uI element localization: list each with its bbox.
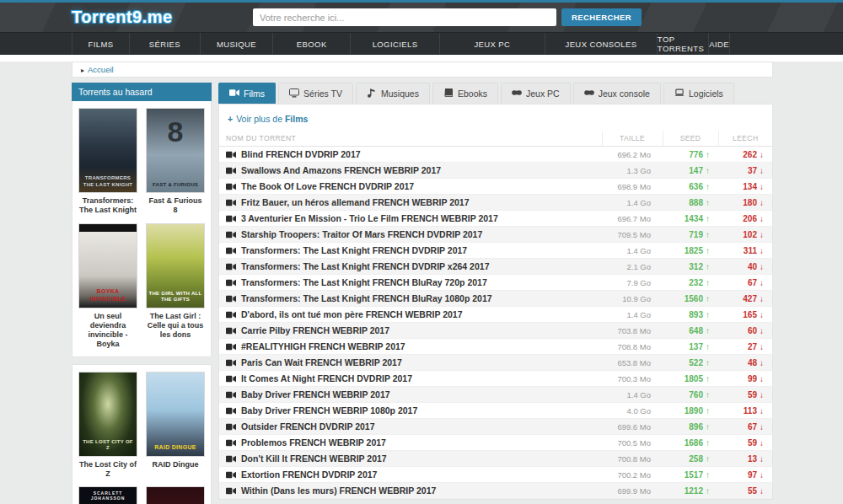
seed-up-arrow-icon: ↑ [706,246,710,255]
torrent-link[interactable]: Blind FRENCH DVDRIP 2017 [226,149,595,159]
film-icon [226,311,236,319]
movie-poster[interactable]: BOYKA INVINCIBLE Un seul deviendra invin… [78,223,137,350]
film-icon [226,199,236,206]
torrent-link[interactable]: Carrie Pilby FRENCH WEBRIP 2017 [226,325,595,335]
torrent-link[interactable]: Transformers: The Last Knight FRENCH Blu… [226,293,595,303]
poster-caption: Un seul deviendra invincible - Boyka [78,312,137,350]
site-logo[interactable]: Torrent9.me [72,8,173,27]
torrent-leech: 40↓ [718,259,772,275]
table-row: Extortion FRENCH DVDRIP 2017 700.2 Mo 15… [219,467,772,483]
film-icon [226,295,236,303]
nav-item-label: LOGICIELS [373,40,418,49]
nav-item[interactable]: MUSIQUE [200,33,272,55]
breadcrumb-home-link[interactable]: Accueil [88,65,114,74]
seed-up-arrow-icon: ↑ [706,166,710,175]
see-more-films-link[interactable]: +Voir plus de Films [219,111,772,131]
nav-item[interactable]: JEUX PC [439,33,545,55]
torrent-seed: 893↑ [663,307,718,323]
random-torrents-panel-1: TRANSFORMERS THE LAST KNIGHT Transformer… [72,101,212,357]
torrent-leech: 165↓ [718,307,772,323]
nav-item[interactable]: FILMS [72,33,129,55]
category-tab[interactable]: Films [218,83,276,104]
torrent-leech: 113↓ [718,403,772,419]
breadcrumb-chevron-icon: ▸ [81,67,84,74]
nav-item[interactable]: TOP TORRENTS [657,33,708,55]
category-tab[interactable]: Jeux PC [501,83,571,104]
torrent-seed: 1686↑ [663,435,718,451]
movie-poster[interactable]: TRANSFORMERS THE LAST KNIGHT Transformer… [78,108,137,216]
category-tab[interactable]: Jeux console [573,83,661,104]
nav-item-label: EBOOK [297,40,327,49]
nav-item[interactable]: EBOOK [272,33,350,55]
tab-label: Ebooks [458,88,487,99]
table-row: #REALITYHIGH FRENCH WEBRIP 2017 708.8 Mo… [219,339,772,355]
category-tab[interactable]: Séries TV [278,83,353,104]
movie-poster[interactable]: THE GIRL WITH ALL THE GIFTS The Last Gir… [146,223,205,350]
torrent-name: Outsider FRENCH DVDRIP 2017 [241,421,375,432]
nav-item[interactable]: LOGICIELS [350,33,438,55]
column-header-size: TAILLE [602,131,663,147]
torrent-link[interactable]: Transformers: The Last Knight FRENCH DVD… [226,245,595,255]
seed-up-arrow-icon: ↑ [706,358,710,367]
torrent-size: 699.6 Mo [602,419,663,435]
film-icon [226,423,236,431]
torrent-link[interactable]: Outsider FRENCH DVDRIP 2017 [226,421,595,432]
film-icon [226,263,236,271]
torrent-link[interactable]: Swallows And Amazons FRENCH WEBRIP 2017 [226,165,595,175]
gamepad-icon [584,88,594,99]
torrent-size: 708.8 Mo [602,339,663,355]
tv-icon [289,88,299,98]
movie-poster[interactable]: SCARLETT JOHANSSON [78,486,137,504]
torrent-link[interactable]: Within (Dans les murs) FRENCH WEBRIP 201… [226,485,595,496]
search-input[interactable] [253,8,556,26]
table-row: Blind FRENCH DVDRIP 2017 696.2 Mo 776↑ 2… [219,147,772,163]
leech-down-arrow-icon: ↓ [760,422,764,432]
movie-poster[interactable] [146,486,205,504]
torrent-size: 1.4 Go [602,243,663,259]
movie-poster[interactable]: RAID DINGUE RAID Dingue [146,372,205,480]
category-tab[interactable]: Logiciels [663,83,734,104]
torrent-link[interactable]: D'abord, ils ont tué mon père FRENCH WEB… [226,309,595,319]
torrent-size: 696.7 Mo [602,211,663,227]
film-icon [226,343,236,351]
torrent-name: #REALITYHIGH FRENCH WEBRIP 2017 [241,341,405,351]
category-tab[interactable]: Musiques [356,83,430,104]
torrent-name: Transformers: The Last Knight FRENCH DVD… [241,261,489,271]
table-row: Within (Dans les murs) FRENCH WEBRIP 201… [219,483,772,499]
torrent-seed: 522↑ [663,355,718,371]
torrent-link[interactable]: Transformers: The Last Knight FRENCH DVD… [226,261,595,271]
torrent-link[interactable]: #REALITYHIGH FRENCH WEBRIP 2017 [226,341,595,351]
torrent-link[interactable]: Extortion FRENCH DVDRIP 2017 [226,469,595,480]
leech-down-arrow-icon: ↓ [760,150,764,159]
category-tabs: Films Séries TV Musiques Ebooks [218,83,773,104]
poster-caption: RAID Dingue [146,460,205,469]
torrent-leech: 206↓ [718,211,772,227]
torrent-link[interactable]: It Comes At Night FRENCH DVDRIP 2017 [226,373,595,383]
film-icon [226,375,236,383]
torrent-leech: 97↓ [718,467,772,483]
movie-poster[interactable]: 8 FAST & FURIOUS Fast & Furious 8 [146,108,205,216]
torrent-table: NOM DU TORRENT TAILLE SEED LEECH [219,131,772,499]
torrent-link[interactable]: Paris Can Wait FRENCH WEBRIP 2017 [226,357,595,367]
torrent-link[interactable]: Don't Kill It FRENCH WEBRIP 2017 [226,453,595,464]
torrent-link[interactable]: Fritz Bauer, un héros allemand FRENCH WE… [226,197,595,207]
torrent-link[interactable]: Problemos FRENCH WEBRIP 2017 [226,437,595,448]
torrent-link[interactable]: Baby Driver FRENCH WEBRIP 1080p 2017 [226,405,595,416]
music-note-icon [367,88,377,98]
film-icon [226,455,236,463]
laptop-icon [674,88,685,99]
seed-up-arrow-icon: ↑ [706,214,710,223]
search-button[interactable]: RECHERCHER [561,8,642,26]
torrent-link[interactable]: The Book Of Love FRENCH DVDRIP 2017 [226,181,595,191]
torrent-link[interactable]: 3 Aventurier En Mission - Trio Le Film F… [226,213,595,223]
torrent-link[interactable]: Starship Troopers: Traitor Of Mars FRENC… [226,229,595,239]
nav-item[interactable]: JEUX CONSOLES [545,33,657,55]
movie-poster[interactable]: THE LOST CITY OF Z The Lost City of Z [78,372,137,480]
category-tab[interactable]: Ebooks [432,83,498,104]
torrent-link[interactable]: Transformers: The Last Knight FRENCH Blu… [226,277,595,287]
nav-item[interactable]: SÉRIES [129,33,200,55]
nav-item[interactable]: AIDE [708,33,730,55]
torrent-size: 1.4 Go [602,307,663,323]
leech-down-arrow-icon: ↓ [760,358,764,367]
torrent-link[interactable]: Baby Driver FRENCH WEBRIP 2017 [226,389,595,399]
